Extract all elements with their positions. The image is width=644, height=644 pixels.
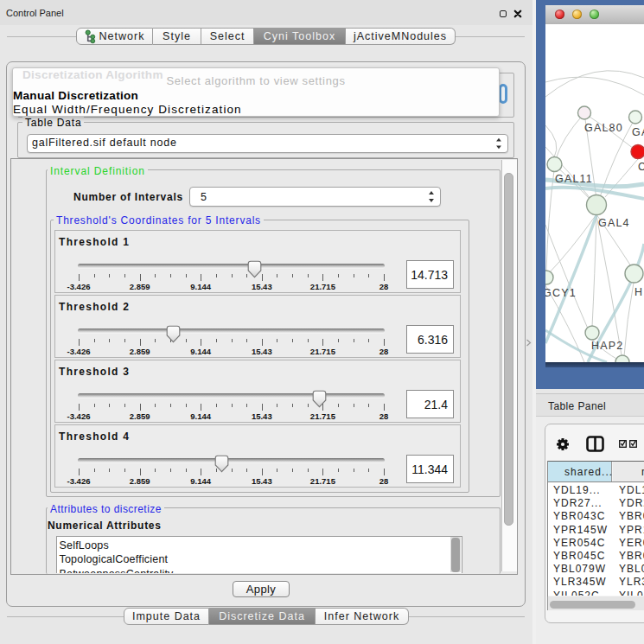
svg-text:GA: GA	[632, 126, 644, 138]
svg-text:GCY1: GCY1	[545, 287, 577, 299]
svg-text:GAL11: GAL11	[555, 173, 593, 185]
svg-text:HAP2: HAP2	[591, 340, 623, 352]
svg-text:H: H	[634, 286, 643, 298]
svg-text:GAL80: GAL80	[584, 122, 623, 134]
svg-text:C: C	[638, 161, 644, 173]
svg-text:GAL4: GAL4	[598, 217, 630, 229]
